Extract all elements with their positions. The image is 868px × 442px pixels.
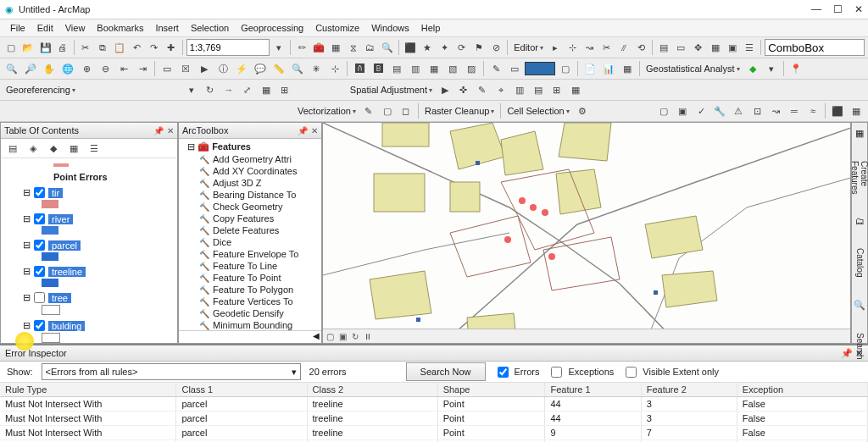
- menu-geoprocessing[interactable]: Geoprocessing: [236, 21, 309, 35]
- shared-icon[interactable]: ⊡: [748, 102, 765, 119]
- errors-checkbox[interactable]: Errors: [494, 364, 540, 380]
- select-features-icon[interactable]: ▭: [159, 60, 175, 77]
- split-icon[interactable]: ⫽: [616, 39, 632, 56]
- tool-item[interactable]: Feature To Point: [181, 272, 320, 284]
- layer-name[interactable]: treeline: [48, 267, 86, 277]
- arctoolbox-close-icon[interactable]: ✕: [311, 126, 318, 135]
- limited-link-icon[interactable]: ⌖: [492, 81, 509, 98]
- tool-item[interactable]: Feature Vertices To: [181, 296, 320, 307]
- layer-checkbox[interactable]: [34, 292, 45, 303]
- layer-tir[interactable]: ⊟ tir: [23, 187, 172, 198]
- align-edge-icon[interactable]: ═: [786, 102, 803, 119]
- new-link-icon[interactable]: ✜: [455, 81, 472, 98]
- toc-close-icon[interactable]: ✕: [167, 126, 174, 135]
- tab-search[interactable]: Search: [855, 331, 865, 362]
- new-icon[interactable]: ▢: [3, 39, 19, 56]
- menu-insert[interactable]: Insert: [150, 21, 184, 35]
- layer-checkbox[interactable]: [34, 266, 45, 277]
- flag-icon[interactable]: ⚑: [471, 39, 487, 56]
- pin-icon[interactable]: 📍: [787, 60, 804, 77]
- col-header[interactable]: Class 2: [307, 383, 437, 397]
- attr-transfer-icon[interactable]: ▤: [530, 81, 547, 98]
- time-icon[interactable]: ⧖: [346, 39, 361, 56]
- modify-link-icon[interactable]: ✎: [474, 81, 491, 98]
- back-extent-icon[interactable]: ⇤: [115, 60, 132, 77]
- reshape-icon[interactable]: ↝: [581, 39, 597, 56]
- menu-help[interactable]: Help: [416, 21, 446, 35]
- copy-icon[interactable]: ⧉: [95, 39, 110, 56]
- table-row[interactable]: Must Not Intersect WithparceltreelinePoi…: [0, 426, 868, 440]
- validate-icon[interactable]: ✓: [693, 102, 709, 119]
- finish-icon[interactable]: ▣: [725, 39, 740, 56]
- layer-treeline[interactable]: ⊟ treeline: [23, 266, 172, 277]
- col-header[interactable]: Class 1: [176, 383, 307, 397]
- rectify-icon[interactable]: ▾: [183, 81, 200, 98]
- col-header[interactable]: Feature 2: [641, 383, 737, 397]
- hyperlink-icon[interactable]: ⚡: [233, 60, 250, 77]
- preview-icon[interactable]: ▦: [567, 81, 584, 98]
- find-route-icon[interactable]: ⛯: [308, 60, 325, 77]
- forward-extent-icon[interactable]: ⇥: [134, 60, 151, 77]
- route-icon[interactable]: ⟳: [454, 39, 470, 56]
- attributes-icon[interactable]: ▤: [656, 39, 671, 56]
- edge-match-icon[interactable]: ▥: [511, 81, 528, 98]
- raster-cleanup-dropdown[interactable]: Raster Cleanup: [422, 103, 497, 119]
- cut-icon[interactable]: ✂: [78, 39, 93, 56]
- list-visibility-icon[interactable]: ◆: [45, 140, 62, 157]
- layer-tree[interactable]: ⊟ tree: [23, 292, 172, 303]
- col-header[interactable]: Exception: [737, 383, 867, 397]
- reshape-edge-icon[interactable]: ↝: [767, 102, 784, 119]
- toc-tree[interactable]: Point Errors ⊟ tir⊟ river⊟ parcel⊟ treel…: [1, 158, 177, 343]
- pause-draw-icon[interactable]: ⏸: [364, 332, 372, 341]
- catalog-icon2[interactable]: 🗂: [855, 216, 865, 226]
- tool-item[interactable]: Dice: [181, 236, 320, 248]
- menu-edit[interactable]: Edit: [32, 21, 58, 35]
- edit-vertices-icon[interactable]: ⊹: [565, 39, 580, 56]
- redo-icon[interactable]: ↷: [147, 39, 162, 56]
- editor-toolbar-icon[interactable]: ✏: [294, 39, 309, 56]
- border-icon[interactable]: ▢: [557, 60, 574, 77]
- paste-icon[interactable]: 📋: [112, 39, 127, 56]
- tool-item[interactable]: Add Geometry Attri: [181, 153, 320, 165]
- gen-features-icon[interactable]: ◻: [398, 102, 415, 119]
- topology-icon[interactable]: ▦: [708, 39, 723, 56]
- layer-name[interactable]: river: [48, 214, 73, 224]
- toc-pin-icon[interactable]: 📌: [153, 126, 164, 135]
- vectorization-dropdown[interactable]: Vectorization: [295, 103, 359, 119]
- zoom-in-icon[interactable]: 🔍: [3, 60, 20, 77]
- menu-bookmarks[interactable]: Bookmarks: [92, 21, 148, 35]
- tool-item[interactable]: Feature To Line: [181, 260, 320, 272]
- menu-selection[interactable]: Selection: [186, 21, 234, 35]
- viewer-icon[interactable]: ▦: [258, 81, 275, 98]
- fixed-zoom-out-icon[interactable]: ⊖: [97, 60, 114, 77]
- graphs-icon[interactable]: 📊: [600, 60, 617, 77]
- table-icon[interactable]: ▦: [619, 60, 636, 77]
- select-element-icon[interactable]: ▶: [196, 60, 213, 77]
- inspector-pin-icon[interactable]: 📌: [841, 348, 853, 358]
- layer-name[interactable]: parcel: [48, 240, 81, 251]
- layer-name[interactable]: tree: [48, 293, 71, 303]
- catalog-icon[interactable]: 🗂: [363, 39, 378, 56]
- tab-create-features[interactable]: Create Features: [850, 159, 868, 196]
- network-icon[interactable]: ✦: [437, 39, 452, 56]
- georeferencing-dropdown[interactable]: Georeferencing: [3, 82, 78, 97]
- rect-icon[interactable]: ▭: [506, 60, 523, 77]
- flicker-icon[interactable]: ▦: [426, 60, 442, 77]
- favorites-icon[interactable]: ★: [420, 39, 435, 56]
- tool-item[interactable]: Check Geometry: [181, 201, 320, 213]
- topo-edit-icon[interactable]: ▢: [655, 102, 672, 119]
- select-link-icon[interactable]: ▶: [437, 81, 453, 98]
- pan-icon[interactable]: ✋: [41, 60, 58, 77]
- identify-icon[interactable]: ⓘ: [214, 60, 231, 77]
- find-icon[interactable]: 🔍: [289, 60, 306, 77]
- layer-checkbox[interactable]: [34, 213, 45, 224]
- python-icon[interactable]: ▦: [328, 39, 343, 56]
- layer-name[interactable]: bulding: [48, 321, 85, 331]
- drawing-icon[interactable]: ✎: [487, 60, 504, 77]
- dim-icon[interactable]: ▨: [463, 60, 480, 77]
- cut-poly-icon[interactable]: ✂: [599, 39, 615, 56]
- maximize-button[interactable]: ☐: [833, 3, 843, 15]
- editor-dropdown[interactable]: Editor: [511, 40, 546, 55]
- tool-item[interactable]: Add XY Coordinates: [181, 165, 320, 177]
- col-header[interactable]: Rule Type: [0, 383, 176, 397]
